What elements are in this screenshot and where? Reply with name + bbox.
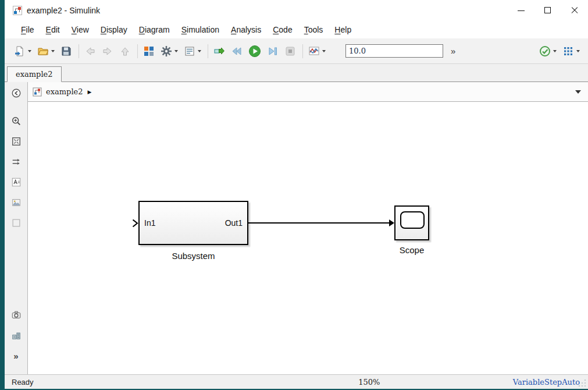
stop-time-input[interactable] xyxy=(345,44,443,58)
menu-analysis[interactable]: Analysis xyxy=(225,21,267,38)
scope-block[interactable] xyxy=(394,205,429,240)
simulation-data-inspector-button[interactable] xyxy=(306,42,328,60)
navigate-up-button[interactable] xyxy=(117,42,133,60)
blocks-icon xyxy=(11,330,22,341)
tab-example2[interactable]: example2 xyxy=(7,66,62,82)
titlebar: example2 - Simulink xyxy=(5,0,588,21)
navigate-forward-button[interactable] xyxy=(99,42,116,60)
breadcrumb-arrow-icon: ▶ xyxy=(88,89,92,95)
update-diagram-button[interactable] xyxy=(211,42,227,60)
model-configuration-button[interactable] xyxy=(158,42,180,60)
menu-code[interactable]: Code xyxy=(267,21,298,38)
stop-button[interactable] xyxy=(282,42,298,60)
menu-diagram[interactable]: Diagram xyxy=(133,21,176,38)
up-arrow-icon xyxy=(119,45,131,57)
simulink-logo-icon xyxy=(13,6,22,15)
chevron-down-icon[interactable] xyxy=(553,50,557,52)
menu-file[interactable]: File xyxy=(15,21,40,38)
run-button[interactable] xyxy=(246,42,263,60)
empty-box-icon xyxy=(11,218,22,228)
green-check-icon xyxy=(539,45,551,57)
open-folder-icon xyxy=(37,45,49,57)
image-button[interactable] xyxy=(6,196,27,209)
status-text: Ready xyxy=(12,378,34,387)
back-arrow-icon xyxy=(84,45,96,57)
gear-icon xyxy=(161,45,172,57)
menu-edit[interactable]: Edit xyxy=(40,21,66,38)
dot-grid-icon xyxy=(562,45,574,57)
close-button[interactable] xyxy=(561,0,588,21)
scope-block-label[interactable]: Scope xyxy=(377,245,447,255)
minimize-button[interactable] xyxy=(508,0,534,21)
menu-display[interactable]: Display xyxy=(95,21,133,38)
fit-to-view-button[interactable] xyxy=(6,135,27,148)
menu-simulation[interactable]: Simulation xyxy=(176,21,225,38)
wire-arrowhead-icon xyxy=(389,219,394,226)
chevron-down-icon[interactable] xyxy=(174,50,178,52)
target-hardware-button[interactable] xyxy=(560,42,582,60)
area-box-button[interactable] xyxy=(6,217,27,229)
toolbar-right-group xyxy=(537,42,583,60)
simulink-window: example2 - Simulink File Edit View Displ… xyxy=(5,0,588,389)
menu-tools[interactable]: Tools xyxy=(298,21,329,38)
viewmark-button[interactable] xyxy=(6,309,27,321)
toolbar-overflow-button[interactable]: » xyxy=(449,46,457,56)
magnifier-plus-icon xyxy=(11,116,22,126)
step-forward-button[interactable] xyxy=(265,42,281,60)
forward-arrow-icon xyxy=(102,45,113,57)
explorer-toggle-button[interactable] xyxy=(6,87,27,100)
sample-time-button[interactable] xyxy=(6,155,27,168)
menu-help[interactable]: Help xyxy=(329,21,357,38)
step-forward-icon xyxy=(267,45,279,57)
fit-view-icon xyxy=(11,136,22,147)
library-browser-icon xyxy=(143,45,155,57)
stop-icon xyxy=(284,45,296,57)
open-model-button[interactable] xyxy=(35,42,57,60)
zoom-in-button[interactable] xyxy=(6,115,27,127)
scope-screen-icon xyxy=(400,211,425,229)
annotation-button[interactable] xyxy=(6,176,27,189)
breadcrumb: example2 ▶ xyxy=(28,82,588,102)
new-model-button[interactable] xyxy=(12,42,34,60)
chevron-down-icon[interactable] xyxy=(28,50,31,52)
image-icon xyxy=(11,197,22,208)
model-canvas[interactable]: In1 Out1 Subsystem Scope xyxy=(28,102,588,374)
menu-view[interactable]: View xyxy=(66,21,95,38)
solver-indicator[interactable]: VariableStepAuto xyxy=(513,378,580,387)
zoom-level: 150% xyxy=(358,378,380,387)
library-browser-button[interactable] xyxy=(141,42,157,60)
input-port-icon[interactable] xyxy=(132,219,138,228)
chevron-down-icon[interactable] xyxy=(198,50,201,52)
library-blocks-button[interactable] xyxy=(6,329,27,342)
step-back-button[interactable] xyxy=(229,42,245,60)
content-area: example2 ▶ In1 Out1 Subsystem xyxy=(28,82,588,374)
subsystem-block[interactable]: In1 Out1 xyxy=(138,201,248,245)
chevron-down-icon[interactable] xyxy=(51,50,55,52)
toolbar-separator xyxy=(137,44,138,58)
model-data-editor-button[interactable] xyxy=(181,42,204,60)
more-tools-button[interactable]: » xyxy=(6,349,27,362)
list-table-icon xyxy=(184,45,195,57)
navigate-back-button[interactable] xyxy=(82,42,98,60)
double-chevron-icon: » xyxy=(13,351,18,361)
model-advisor-check-button[interactable] xyxy=(537,42,559,60)
chevron-down-icon[interactable] xyxy=(576,50,580,52)
window-controls xyxy=(508,0,588,21)
breadcrumb-model[interactable]: example2 xyxy=(46,87,83,96)
save-model-button[interactable] xyxy=(58,42,74,60)
step-back-icon xyxy=(231,45,243,57)
resize-grip-icon[interactable] xyxy=(578,378,587,388)
circle-arrow-icon xyxy=(11,88,22,98)
maximize-icon xyxy=(544,7,551,13)
subsystem-outport-label: Out1 xyxy=(225,218,243,228)
tabbar: example2 xyxy=(5,64,588,81)
new-model-icon xyxy=(14,45,26,57)
signal-wire[interactable] xyxy=(248,222,389,224)
breadcrumb-dropdown-icon[interactable] xyxy=(575,90,581,94)
toolbar-separator xyxy=(302,44,303,58)
palette-sidebar: » xyxy=(5,82,28,374)
maximize-button[interactable] xyxy=(534,0,561,21)
chevron-down-icon[interactable] xyxy=(322,50,326,52)
model-icon xyxy=(33,87,42,97)
subsystem-block-label[interactable]: Subsystem xyxy=(138,251,248,261)
